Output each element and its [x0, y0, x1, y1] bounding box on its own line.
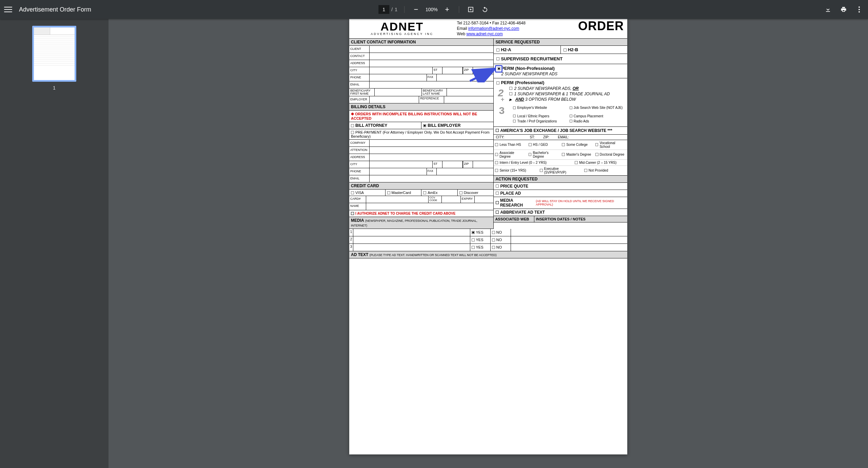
- svc-supervised[interactable]: SUPERVISED RECRUITMENT: [494, 54, 627, 64]
- rotate-button[interactable]: [480, 5, 490, 14]
- cc-discover[interactable]: Discover: [458, 190, 494, 196]
- yn-no-3[interactable]: NO: [490, 244, 511, 251]
- fit-page-button[interactable]: [466, 5, 475, 14]
- section-media: MEDIA (NEWSPAPER, MAGAZINE, PROFESSIONAL…: [349, 217, 493, 229]
- field-contact[interactable]: [370, 53, 493, 60]
- action-place-ad[interactable]: PLACE AD: [494, 190, 627, 197]
- edu-doctoral[interactable]: Doctoral Degree: [594, 150, 627, 160]
- lbl-fax: FAX: [427, 74, 437, 81]
- field-company[interactable]: [370, 140, 493, 147]
- action-media-research[interactable]: MEDIA RESEARCH(AD WILL STAY ON HOLD UNTI…: [494, 197, 627, 209]
- edu-some-college[interactable]: Some College: [560, 140, 594, 150]
- field-city[interactable]: [370, 67, 432, 74]
- exp-not-provided[interactable]: Not Provided: [583, 166, 627, 175]
- notes-field-3[interactable]: [511, 244, 628, 251]
- section-client-contact: CLIENT CONTACT INFORMATION: [349, 39, 493, 46]
- field-bene-last[interactable]: [447, 89, 494, 96]
- exp-senior[interactable]: Senior (15+ YRS): [494, 166, 538, 175]
- plus-marker: +: [500, 96, 504, 103]
- media-field-1[interactable]: [353, 229, 470, 236]
- field-ccv[interactable]: [442, 196, 460, 203]
- opt-employer-website[interactable]: Employer's Website: [512, 102, 569, 114]
- exp-executive[interactable]: Executive (SVP/EVP/VP): [538, 166, 583, 175]
- more-button[interactable]: [854, 5, 864, 14]
- perm-p-title[interactable]: PERM (Professional): [494, 78, 627, 86]
- field-card-no[interactable]: [366, 196, 428, 203]
- media-field-2[interactable]: [353, 236, 470, 243]
- field-zip[interactable]: [473, 67, 493, 74]
- field-phone2[interactable]: [370, 168, 427, 175]
- edu-less-hs[interactable]: Less Than HS: [494, 140, 527, 150]
- field-email[interactable]: [370, 81, 493, 88]
- edu-bachelor[interactable]: Bachelor's Degree: [527, 150, 560, 160]
- media-field-3[interactable]: [353, 244, 470, 251]
- svc-perm-nonpro[interactable]: PERM (Non-Professional) 2 SUNDAY NEWSPAP…: [494, 64, 627, 78]
- page-thumbnail-1[interactable]: [32, 26, 76, 82]
- field-bene-first[interactable]: [375, 89, 421, 96]
- cc-visa[interactable]: VISA: [349, 190, 386, 196]
- field-employer[interactable]: [370, 96, 419, 103]
- field-address2[interactable]: [370, 154, 493, 161]
- order-title: ORDER: [549, 19, 624, 33]
- svc-h2b[interactable]: H2-B: [561, 46, 627, 54]
- field-address[interactable]: [370, 60, 493, 67]
- web-link[interactable]: www.adnet-nyc.com: [466, 32, 502, 36]
- opt-campus[interactable]: Campus Placement: [569, 114, 625, 119]
- action-abbreviate[interactable]: ABBREVIATE AD TEXT: [494, 209, 627, 216]
- field-reference[interactable]: [444, 96, 493, 103]
- svc-aje[interactable]: AMERICA'S JOB EXCHANGE / JOB SEARCH WEBS…: [494, 127, 627, 135]
- cc-mastercard[interactable]: MasterCard: [386, 190, 422, 196]
- field-client[interactable]: [370, 46, 493, 53]
- field-fax2[interactable]: [437, 168, 494, 175]
- zoom-in-button[interactable]: +: [442, 5, 452, 14]
- edu-hs-ged[interactable]: HS / GED: [527, 140, 560, 150]
- prepay-option[interactable]: PRE-PAYMENT (For Attorney / Employer Onl…: [349, 129, 493, 140]
- svc-h2a[interactable]: H2-A: [494, 46, 560, 54]
- checkbox-icon: [513, 115, 516, 117]
- opt-job-search[interactable]: Job Search Web Site (NOT AJE): [569, 102, 625, 114]
- notes-field-1[interactable]: [511, 229, 628, 236]
- field-st[interactable]: [442, 67, 463, 74]
- field-expiry[interactable]: [475, 196, 493, 203]
- exp-intern[interactable]: Intern / Entry Level (0 – 2 YRS): [494, 160, 573, 166]
- edu-vocational[interactable]: Vocational School: [594, 140, 627, 150]
- field-fax[interactable]: [437, 74, 494, 81]
- yn-no-1[interactable]: NO: [490, 229, 511, 236]
- field-email2[interactable]: [370, 175, 493, 182]
- menu-icon[interactable]: [4, 5, 12, 14]
- download-button[interactable]: [823, 5, 833, 14]
- edu-master[interactable]: Master's Degree: [560, 150, 594, 160]
- opt-local-ethnic[interactable]: Local / Ethnic Papers: [512, 114, 569, 119]
- action-price-quote[interactable]: PRICE QUOTE: [494, 183, 627, 190]
- bill-attorney-option[interactable]: BILL ATTORNEY: [349, 122, 421, 129]
- exp-midcareer[interactable]: Mid-Career (2 – 15 YRS): [573, 160, 627, 166]
- cc-amex[interactable]: AmEx: [421, 190, 458, 196]
- cc-authorize[interactable]: I AUTHORIZE ADNET TO CHARGE THE CREDIT C…: [349, 210, 493, 217]
- opt-trade[interactable]: Trade / Prof Organizations: [512, 119, 569, 124]
- field-phone[interactable]: [370, 74, 427, 81]
- yn-yes-3[interactable]: YES: [470, 244, 490, 251]
- bill-employer-option[interactable]: BILL EMPLOYER: [421, 122, 493, 129]
- page-current-input[interactable]: [378, 5, 389, 14]
- checkbox-icon[interactable]: [509, 87, 512, 90]
- pdf-toolbar: Advertisement Order Form / 1 − 100% +: [0, 0, 868, 19]
- field-zip2[interactable]: [473, 161, 493, 168]
- yn-yes-1[interactable]: YES: [470, 229, 490, 236]
- edu-associate[interactable]: Associate Degree: [494, 150, 527, 160]
- field-attention[interactable]: [370, 147, 493, 154]
- checkbox-icon: [496, 57, 499, 60]
- pdf-viewer[interactable]: ADNET ADVERTISING AGENCY INC Tel 212-587…: [108, 19, 868, 468]
- zoom-out-button[interactable]: −: [411, 5, 421, 14]
- svg-rect-2: [470, 9, 471, 11]
- yn-no-2[interactable]: NO: [490, 236, 511, 243]
- field-cc-name[interactable]: [366, 203, 493, 210]
- yn-yes-2[interactable]: YES: [470, 236, 490, 243]
- notes-field-2[interactable]: [511, 236, 628, 243]
- email-link[interactable]: information@adnet-nyc.com: [468, 26, 519, 31]
- print-button[interactable]: [839, 5, 848, 14]
- field-city2[interactable]: [370, 161, 432, 168]
- ad-text-body[interactable]: [349, 258, 627, 309]
- checkbox-icon[interactable]: [509, 92, 512, 95]
- opt-radio[interactable]: Radio Ads: [569, 119, 625, 124]
- field-st2[interactable]: [442, 161, 463, 168]
